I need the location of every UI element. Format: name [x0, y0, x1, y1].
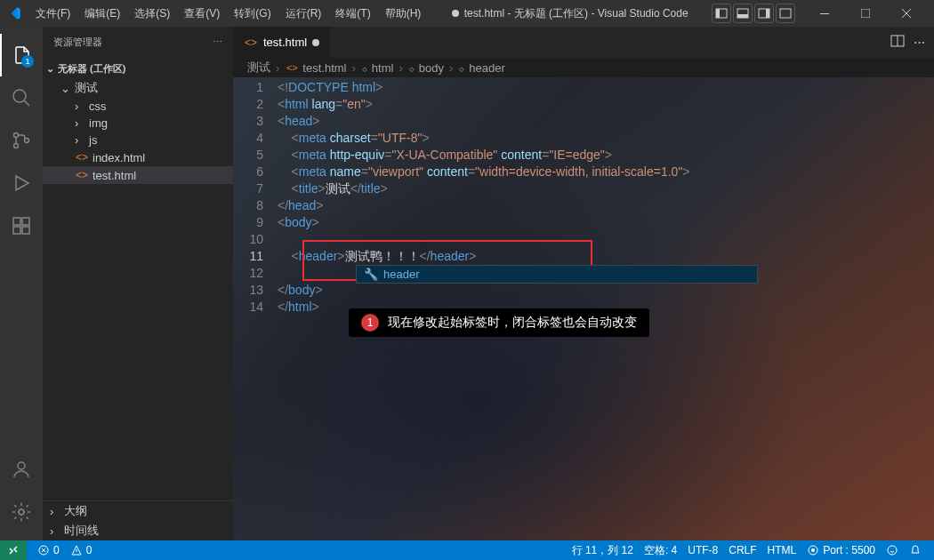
folder-img[interactable]: ›img: [43, 115, 233, 132]
timeline-section[interactable]: ›时间线: [43, 521, 233, 540]
tab-test-html[interactable]: <> test.html: [233, 27, 331, 58]
menu-file[interactable]: 文件(F): [28, 3, 77, 25]
status-errors[interactable]: 0: [32, 544, 65, 556]
folder-css[interactable]: ›css: [43, 98, 233, 115]
toggle-secondary-sidebar-button[interactable]: [754, 4, 774, 23]
svg-point-10: [14, 133, 19, 138]
html-file-icon: <>: [244, 36, 258, 50]
status-bell-icon[interactable]: [904, 543, 927, 558]
activity-search[interactable]: [0, 76, 43, 119]
menu-view[interactable]: 查看(V): [177, 3, 227, 25]
svg-rect-16: [22, 227, 29, 234]
sidebar-more-icon[interactable]: ⋯: [213, 36, 222, 48]
file-index-html[interactable]: <>index.html: [43, 148, 233, 166]
code-editor[interactable]: 1<!DOCTYPE html> 2<html lang="en"> 3<hea…: [233, 77, 934, 540]
breadcrumb-item[interactable]: 测试: [247, 60, 270, 76]
status-feedback-icon[interactable]: [881, 543, 904, 558]
svg-point-24: [811, 548, 815, 552]
chevron-right-icon: ›: [75, 116, 85, 130]
activity-run-debug[interactable]: [0, 162, 43, 204]
svg-rect-5: [766, 9, 769, 18]
intellisense-popup[interactable]: 🔧 header: [356, 265, 758, 284]
activity-accounts[interactable]: [0, 448, 43, 491]
menu-bar: 文件(F) 编辑(E) 选择(S) 查看(V) 转到(G) 运行(R) 终端(T…: [28, 3, 428, 25]
svg-point-11: [14, 144, 19, 148]
menu-edit[interactable]: 编辑(E): [77, 3, 127, 25]
maximize-button[interactable]: [845, 0, 886, 27]
status-live-server[interactable]: Port : 5500: [801, 543, 881, 558]
wrench-icon: 🔧: [364, 268, 378, 281]
chevron-right-icon: ›: [50, 524, 60, 538]
element-icon: ⬦: [408, 61, 415, 75]
customize-layout-button[interactable]: [776, 4, 795, 23]
callout-text: 现在修改起始标签时，闭合标签也会自动改变: [388, 315, 637, 331]
split-editor-icon[interactable]: [890, 34, 905, 51]
svg-rect-1: [716, 9, 720, 18]
status-bar: 0 0 行 11，列 12 空格: 4 UTF-8 CRLF HTML Port…: [0, 540, 934, 560]
explorer-badge: 1: [21, 55, 34, 68]
breadcrumb[interactable]: 测试› <>test.html› ⬦html› ⬦body› ⬦header: [233, 58, 934, 77]
sidebar-header: 资源管理器 ⋯: [43, 27, 233, 58]
menu-run[interactable]: 运行(R): [278, 3, 329, 25]
status-encoding[interactable]: UTF-8: [682, 543, 723, 558]
activity-settings[interactable]: [0, 491, 43, 533]
svg-point-12: [25, 139, 29, 143]
modified-dot-icon: [452, 10, 459, 17]
tab-label: test.html: [263, 36, 307, 49]
layout-controls: [712, 4, 795, 23]
sidebar-explorer: 资源管理器 ⋯ ⌄无标器 (工作区) ⌄测试 ›css ›img ›js <>i…: [43, 27, 233, 540]
html-file-icon: <>: [75, 150, 89, 164]
menu-help[interactable]: 帮助(H): [378, 3, 429, 25]
svg-point-9: [13, 90, 26, 102]
svg-rect-15: [13, 227, 20, 234]
suggest-item-header[interactable]: 🔧 header: [357, 266, 757, 283]
close-button[interactable]: [886, 0, 927, 27]
status-cursor[interactable]: 行 11，列 12: [567, 543, 639, 558]
svg-rect-14: [22, 218, 29, 225]
editor-area: <> test.html ⋯ 测试› <>test.html› ⬦html› ⬦…: [233, 27, 934, 540]
file-test-html[interactable]: <>test.html: [43, 166, 233, 184]
activity-extensions[interactable]: [0, 204, 43, 247]
activity-source-control[interactable]: [0, 119, 43, 162]
toggle-panel-button[interactable]: [733, 4, 753, 23]
modified-dot-icon: [312, 39, 319, 46]
svg-point-25: [888, 546, 897, 555]
remote-indicator[interactable]: [0, 540, 27, 560]
annotation-callout: 1 现在修改起始标签时，闭合标签也会自动改变: [349, 308, 649, 337]
activity-explorer[interactable]: 1: [0, 34, 43, 76]
more-actions-icon[interactable]: ⋯: [914, 36, 925, 49]
element-icon: ⬦: [458, 61, 465, 75]
status-language[interactable]: HTML: [762, 543, 802, 558]
chevron-right-icon: ›: [75, 100, 85, 113]
activity-bar: 1: [0, 27, 43, 540]
breadcrumb-item[interactable]: test.html: [302, 61, 346, 75]
workspace-title[interactable]: ⌄无标器 (工作区): [43, 60, 233, 78]
breadcrumb-item[interactable]: header: [469, 61, 504, 75]
html-file-icon: <>: [75, 168, 89, 182]
window-title: test.html - 无标题 (工作区) - Visual Studio Co…: [428, 6, 712, 21]
breadcrumb-item[interactable]: html: [372, 61, 394, 75]
breadcrumb-item[interactable]: body: [419, 61, 444, 75]
chevron-right-icon: ›: [50, 505, 60, 518]
chevron-down-icon: ⌄: [60, 82, 71, 95]
folder-root[interactable]: ⌄测试: [43, 78, 233, 98]
sidebar-title: 资源管理器: [53, 36, 102, 49]
menu-terminal[interactable]: 终端(T): [328, 3, 377, 25]
status-warnings[interactable]: 0: [65, 544, 98, 556]
svg-rect-8: [861, 9, 870, 18]
outline-section[interactable]: ›大纲: [43, 501, 233, 521]
menu-goto[interactable]: 转到(G): [227, 3, 278, 25]
vscode-logo-icon: [7, 6, 21, 20]
svg-rect-13: [13, 218, 20, 225]
status-spaces[interactable]: 空格: 4: [639, 543, 682, 558]
toggle-sidebar-button[interactable]: [712, 4, 731, 23]
minimize-button[interactable]: [804, 0, 845, 27]
menu-select[interactable]: 选择(S): [127, 3, 177, 25]
folder-js[interactable]: ›js: [43, 132, 233, 148]
svg-point-18: [19, 509, 24, 515]
status-eol[interactable]: CRLF: [723, 543, 761, 558]
editor-tabs: <> test.html ⋯: [233, 27, 934, 58]
svg-rect-7: [820, 13, 829, 14]
html-file-icon: <>: [285, 60, 299, 75]
element-icon: ⬦: [361, 61, 368, 75]
